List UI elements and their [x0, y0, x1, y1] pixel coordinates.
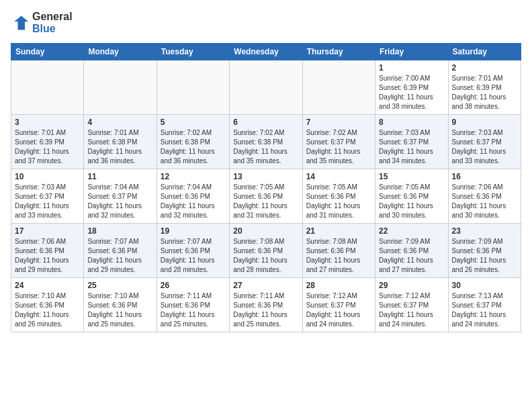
day-info: Sunrise: 7:07 AM Sunset: 6:36 PM Dayligh… [161, 237, 226, 275]
calendar-table: SundayMondayTuesdayWednesdayThursdayFrid… [11, 43, 521, 332]
day-info: Sunrise: 7:04 AM Sunset: 6:37 PM Dayligh… [87, 183, 152, 220]
day-info: Sunrise: 7:03 AM Sunset: 6:37 PM Dayligh… [379, 128, 444, 166]
day-number: 8 [379, 118, 444, 127]
day-info: Sunrise: 7:03 AM Sunset: 6:37 PM Dayligh… [452, 128, 517, 166]
calendar-week-2: 3Sunrise: 7:01 AM Sunset: 6:39 PM Daylig… [11, 115, 521, 169]
calendar-cell: 6Sunrise: 7:02 AM Sunset: 6:38 PM Daylig… [230, 115, 302, 169]
weekday-header-saturday: Saturday [448, 44, 521, 60]
day-info: Sunrise: 7:01 AM Sunset: 6:39 PM Dayligh… [452, 74, 517, 111]
weekday-header-sunday: Sunday [11, 44, 84, 60]
calendar-cell: 22Sunrise: 7:09 AM Sunset: 6:36 PM Dayli… [375, 224, 448, 278]
day-number: 30 [452, 281, 517, 290]
calendar-cell: 18Sunrise: 7:07 AM Sunset: 6:36 PM Dayli… [84, 224, 157, 278]
calendar-week-4: 17Sunrise: 7:06 AM Sunset: 6:36 PM Dayli… [11, 224, 521, 278]
calendar-cell: 2Sunrise: 7:01 AM Sunset: 6:39 PM Daylig… [448, 60, 521, 115]
day-info: Sunrise: 7:02 AM Sunset: 6:37 PM Dayligh… [306, 128, 371, 166]
logo-icon [11, 13, 30, 32]
calendar-cell: 5Sunrise: 7:02 AM Sunset: 6:38 PM Daylig… [157, 115, 229, 169]
day-info: Sunrise: 7:04 AM Sunset: 6:36 PM Dayligh… [161, 183, 226, 220]
calendar-cell: 23Sunrise: 7:09 AM Sunset: 6:36 PM Dayli… [448, 224, 521, 278]
calendar-cell: 24Sunrise: 7:10 AM Sunset: 6:36 PM Dayli… [11, 278, 84, 332]
calendar-week-5: 24Sunrise: 7:10 AM Sunset: 6:36 PM Dayli… [11, 278, 521, 332]
weekday-header-row: SundayMondayTuesdayWednesdayThursdayFrid… [11, 44, 521, 60]
day-number: 26 [161, 281, 226, 290]
calendar-cell: 12Sunrise: 7:04 AM Sunset: 6:36 PM Dayli… [157, 169, 229, 224]
calendar-cell [157, 60, 229, 115]
calendar-cell: 30Sunrise: 7:13 AM Sunset: 6:37 PM Dayli… [448, 278, 521, 332]
calendar-cell [302, 60, 375, 115]
day-info: Sunrise: 7:13 AM Sunset: 6:37 PM Dayligh… [452, 291, 517, 329]
calendar-cell: 26Sunrise: 7:11 AM Sunset: 6:36 PM Dayli… [157, 278, 229, 332]
calendar-cell: 27Sunrise: 7:11 AM Sunset: 6:36 PM Dayli… [230, 278, 302, 332]
day-info: Sunrise: 7:02 AM Sunset: 6:38 PM Dayligh… [233, 128, 298, 166]
day-number: 25 [87, 281, 152, 290]
day-number: 24 [15, 281, 80, 290]
day-info: Sunrise: 7:10 AM Sunset: 6:36 PM Dayligh… [15, 291, 80, 329]
day-number: 13 [233, 172, 298, 181]
day-info: Sunrise: 7:11 AM Sunset: 6:36 PM Dayligh… [161, 291, 226, 329]
day-number: 10 [15, 172, 80, 181]
weekday-header-wednesday: Wednesday [230, 44, 302, 60]
day-number: 14 [306, 172, 371, 181]
calendar-cell: 4Sunrise: 7:01 AM Sunset: 6:38 PM Daylig… [84, 115, 157, 169]
day-number: 23 [452, 226, 517, 236]
logo: General Blue [11, 11, 73, 35]
calendar-cell: 13Sunrise: 7:05 AM Sunset: 6:36 PM Dayli… [230, 169, 302, 224]
day-info: Sunrise: 7:09 AM Sunset: 6:36 PM Dayligh… [452, 237, 517, 275]
day-info: Sunrise: 7:08 AM Sunset: 6:36 PM Dayligh… [306, 237, 371, 275]
day-info: Sunrise: 7:00 AM Sunset: 6:39 PM Dayligh… [379, 74, 444, 111]
page-header: General Blue [11, 11, 521, 35]
day-info: Sunrise: 7:01 AM Sunset: 6:39 PM Dayligh… [15, 128, 80, 166]
day-info: Sunrise: 7:08 AM Sunset: 6:36 PM Dayligh… [233, 237, 298, 275]
day-number: 16 [452, 172, 517, 181]
calendar-cell [230, 60, 302, 115]
calendar-cell: 8Sunrise: 7:03 AM Sunset: 6:37 PM Daylig… [375, 115, 448, 169]
calendar-week-1: 1Sunrise: 7:00 AM Sunset: 6:39 PM Daylig… [11, 60, 521, 115]
day-number: 27 [233, 281, 298, 290]
day-number: 7 [306, 118, 371, 127]
day-number: 20 [233, 226, 298, 236]
day-info: Sunrise: 7:02 AM Sunset: 6:38 PM Dayligh… [161, 128, 226, 166]
calendar-cell: 10Sunrise: 7:03 AM Sunset: 6:37 PM Dayli… [11, 169, 84, 224]
weekday-header-thursday: Thursday [302, 44, 375, 60]
day-info: Sunrise: 7:05 AM Sunset: 6:36 PM Dayligh… [233, 183, 298, 220]
calendar-cell: 3Sunrise: 7:01 AM Sunset: 6:39 PM Daylig… [11, 115, 84, 169]
calendar-cell: 15Sunrise: 7:05 AM Sunset: 6:36 PM Dayli… [375, 169, 448, 224]
day-number: 2 [452, 63, 517, 73]
day-info: Sunrise: 7:06 AM Sunset: 6:36 PM Dayligh… [15, 237, 80, 275]
day-number: 19 [161, 226, 226, 236]
day-number: 29 [379, 281, 444, 290]
calendar-cell: 20Sunrise: 7:08 AM Sunset: 6:36 PM Dayli… [230, 224, 302, 278]
day-info: Sunrise: 7:11 AM Sunset: 6:36 PM Dayligh… [233, 291, 298, 329]
day-number: 12 [161, 172, 226, 181]
calendar-week-3: 10Sunrise: 7:03 AM Sunset: 6:37 PM Dayli… [11, 169, 521, 224]
day-info: Sunrise: 7:09 AM Sunset: 6:36 PM Dayligh… [379, 237, 444, 275]
day-number: 15 [379, 172, 444, 181]
day-info: Sunrise: 7:06 AM Sunset: 6:36 PM Dayligh… [452, 183, 517, 220]
day-info: Sunrise: 7:05 AM Sunset: 6:36 PM Dayligh… [306, 183, 371, 220]
day-info: Sunrise: 7:01 AM Sunset: 6:38 PM Dayligh… [87, 128, 152, 166]
calendar-cell: 29Sunrise: 7:12 AM Sunset: 6:37 PM Dayli… [375, 278, 448, 332]
day-number: 22 [379, 226, 444, 236]
day-number: 11 [87, 172, 152, 181]
calendar-cell: 17Sunrise: 7:06 AM Sunset: 6:36 PM Dayli… [11, 224, 84, 278]
calendar-cell: 1Sunrise: 7:00 AM Sunset: 6:39 PM Daylig… [375, 60, 448, 115]
day-number: 4 [87, 118, 152, 127]
calendar-cell: 21Sunrise: 7:08 AM Sunset: 6:36 PM Dayli… [302, 224, 375, 278]
calendar-cell: 9Sunrise: 7:03 AM Sunset: 6:37 PM Daylig… [448, 115, 521, 169]
weekday-header-tuesday: Tuesday [157, 44, 229, 60]
calendar-cell [11, 60, 84, 115]
logo-text: General Blue [32, 11, 73, 35]
calendar-cell: 14Sunrise: 7:05 AM Sunset: 6:36 PM Dayli… [302, 169, 375, 224]
day-number: 5 [161, 118, 226, 127]
day-number: 21 [306, 226, 371, 236]
calendar-cell: 7Sunrise: 7:02 AM Sunset: 6:37 PM Daylig… [302, 115, 375, 169]
day-info: Sunrise: 7:05 AM Sunset: 6:36 PM Dayligh… [379, 183, 444, 220]
weekday-header-friday: Friday [375, 44, 448, 60]
day-info: Sunrise: 7:12 AM Sunset: 6:37 PM Dayligh… [379, 291, 444, 329]
day-info: Sunrise: 7:03 AM Sunset: 6:37 PM Dayligh… [15, 183, 80, 220]
day-number: 28 [306, 281, 371, 290]
day-info: Sunrise: 7:12 AM Sunset: 6:37 PM Dayligh… [306, 291, 371, 329]
svg-marker-1 [14, 16, 28, 30]
calendar-cell: 19Sunrise: 7:07 AM Sunset: 6:36 PM Dayli… [157, 224, 229, 278]
